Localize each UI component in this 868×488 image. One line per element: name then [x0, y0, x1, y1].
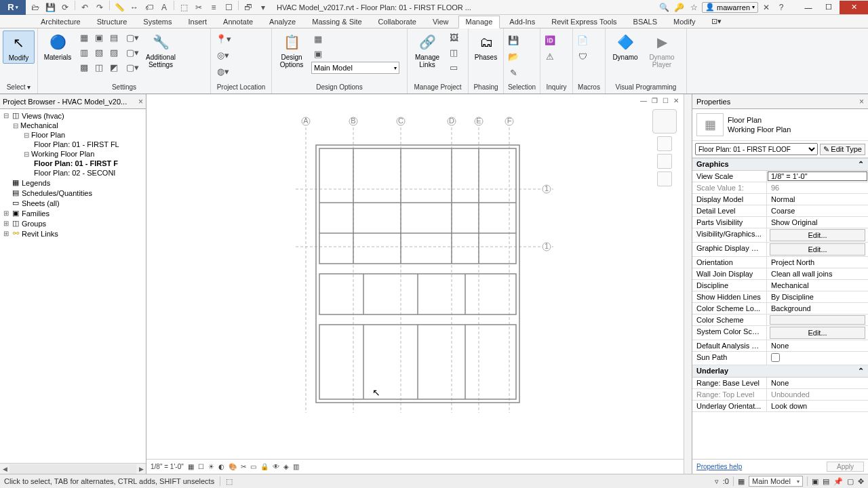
prop-row[interactable]: Range: Base LevelNone [692, 378, 868, 389]
prop-row[interactable]: Default Analysis D...None [692, 340, 868, 352]
macro-security-icon[interactable]: 🛡 [576, 49, 589, 63]
project-browser-tree[interactable]: ⊟◫Views (hvac) ⊟Mechanical ⊟Floor Plan F… [0, 109, 146, 463]
collapse-icon[interactable]: ⊟ [12, 122, 19, 129]
ribbon-tab-structure[interactable]: Structure [90, 16, 134, 28]
worksharing-display-icon[interactable]: ▥ [293, 463, 299, 470]
sun-path-icon[interactable]: ☀ [208, 463, 214, 470]
ribbon-tab-add-ins[interactable]: Add-Ins [502, 16, 542, 28]
status-select-links-icon[interactable]: ▣ [812, 477, 818, 486]
add-to-set-icon[interactable]: ▦ [311, 32, 325, 45]
drawing-canvas[interactable]: — ❐ ☐ ✕ A B C [146, 94, 684, 474]
exchange-icon[interactable]: ✕ [760, 1, 773, 14]
collapse-icon[interactable]: ⊟ [23, 131, 30, 139]
ribbon-tab-modify[interactable]: Modify [667, 16, 702, 28]
prop-row[interactable]: OrientationProject North [692, 257, 868, 268]
decal-types-icon[interactable]: ◫ [447, 45, 460, 59]
edit-type-button[interactable]: ✎Edit Type [820, 144, 865, 155]
app-menu-button[interactable]: R [0, 0, 26, 15]
properties-help-link[interactable]: Properties help [696, 463, 742, 470]
keyword-icon[interactable]: 🔑 [672, 1, 686, 14]
thin-lines-icon[interactable]: ≡ [207, 1, 220, 14]
crop-view-icon[interactable]: ✂ [241, 463, 246, 470]
status-select-face-icon[interactable]: ▢ [847, 477, 854, 486]
prop-group-header[interactable]: Underlay⌃ [692, 365, 868, 378]
project-info-icon[interactable]: ▤ [107, 30, 121, 44]
prop-row[interactable]: Color Scheme [692, 314, 868, 326]
type-selector[interactable]: ▦ Floor Plan Working Floor Plan [692, 109, 868, 141]
reveal-hidden-icon[interactable]: ◈ [283, 463, 289, 470]
tree-links[interactable]: Revit Links [22, 230, 58, 238]
ribbon-tab-architecture[interactable]: Architecture [34, 16, 87, 28]
materials-button[interactable]: 🔵Materials [41, 30, 75, 62]
prop-row[interactable]: View Scale1/8" = 1'-0" [692, 171, 868, 182]
manage-images-icon[interactable]: 🖼 [447, 30, 460, 44]
prop-row[interactable]: Scale Value 1:96 [692, 182, 868, 194]
tree-wfp1[interactable]: Floor Plan: 01 - FIRST F [34, 159, 118, 167]
align-dim-icon[interactable]: ↔ [127, 1, 141, 14]
tree-sheets[interactable]: Sheets (all) [22, 199, 60, 207]
load-selection-icon[interactable]: 📂 [507, 49, 520, 63]
additional-settings-button[interactable]: 🔧Additional Settings [144, 30, 178, 70]
nav-cube[interactable] [652, 109, 677, 134]
rendering-icon[interactable]: 🎨 [229, 463, 237, 470]
nav-wheel-icon[interactable] [657, 136, 672, 151]
object-styles-icon[interactable]: ▦ [77, 30, 91, 44]
maximize-button[interactable]: ☐ [819, 1, 838, 14]
measure-icon[interactable]: 📏 [113, 1, 126, 14]
switch-windows-icon[interactable]: 🗗 [241, 1, 255, 14]
dropdown-icon[interactable]: ▾ [256, 1, 270, 14]
prop-row[interactable]: Wall Join DisplayClean all wall joins [692, 268, 868, 280]
nav-pan-icon[interactable] [657, 171, 672, 186]
crop-region-icon[interactable]: ▭ [250, 463, 256, 470]
tree-wfp2[interactable]: Floor Plan: 02 - SECONI [34, 169, 115, 177]
temp-hide-icon[interactable]: 👁 [273, 463, 279, 470]
star-icon[interactable]: ☆ [687, 1, 701, 14]
project-browser-close-icon[interactable]: × [138, 97, 143, 106]
3d-view-icon[interactable]: ⬚ [177, 1, 191, 14]
expand-icon[interactable]: ⊞ [3, 230, 9, 237]
ribbon-tab-manage[interactable]: Manage [458, 16, 500, 28]
tree-floor-plan[interactable]: Floor Plan [31, 131, 65, 139]
search-icon[interactable]: 🔍 [657, 1, 671, 14]
redo-icon[interactable]: ↷ [93, 1, 106, 14]
view-max-icon[interactable]: ☐ [660, 96, 670, 105]
undo-icon[interactable]: ↶ [78, 1, 92, 14]
pb-hscroll[interactable]: ◀▶ [0, 463, 146, 474]
save-selection-icon[interactable]: 💾 [507, 33, 520, 47]
close-hidden-icon[interactable]: ☐ [222, 1, 235, 14]
lock-icon[interactable]: 🔒 [260, 463, 269, 470]
instance-selector[interactable]: Floor Plan: 01 - FIRST FLOOF [695, 143, 818, 155]
prop-row[interactable]: Parts VisibilityShow Original [692, 217, 868, 228]
visual-style-icon[interactable]: ☐ [198, 463, 204, 470]
minimize-button[interactable]: — [799, 1, 818, 14]
tree-mechanical[interactable]: Mechanical [20, 121, 58, 129]
design-options-button[interactable]: 📋Design Options [275, 30, 309, 74]
prop-row[interactable]: Graphic Display O...Edit... [692, 243, 868, 257]
shared-params-icon[interactable]: ▧ [92, 45, 106, 59]
panel-schedule-icon[interactable]: ▢▾ [123, 45, 141, 59]
view-scale[interactable]: 1/8" = 1'-0" [151, 463, 184, 470]
project-params-icon[interactable]: ▥ [77, 45, 91, 59]
edit-selection-icon[interactable]: ✎ [507, 66, 520, 79]
text-icon[interactable]: A [157, 1, 171, 14]
properties-close-icon[interactable]: × [859, 97, 864, 106]
coordinates-icon[interactable]: ◎▾ [214, 48, 233, 62]
ribbon-tab-annotate[interactable]: Annotate [216, 16, 260, 28]
tree-schedules[interactable]: Schedules/Quantities [22, 189, 92, 197]
prop-checkbox[interactable] [771, 353, 780, 362]
prop-row[interactable]: System Color Sch...Edit... [692, 326, 868, 340]
detail-level-icon[interactable]: ▦ [188, 463, 194, 470]
status-model-combo[interactable]: Main Model [749, 476, 803, 487]
prop-row[interactable]: Range: Top LevelUnbounded [692, 389, 868, 401]
view-restore-icon[interactable]: ❐ [650, 96, 659, 105]
design-option-combo[interactable]: Main Model▾ [311, 62, 399, 74]
section-icon[interactable]: ✂ [192, 1, 205, 14]
position-icon[interactable]: ◍▾ [214, 64, 233, 78]
warnings-icon[interactable]: ⚠ [543, 49, 557, 63]
tree-families[interactable]: Families [22, 209, 50, 218]
prop-row[interactable]: Underlay Orientat...Look down [692, 401, 868, 412]
save-icon[interactable]: 💾 [43, 1, 57, 14]
prop-row[interactable]: DisciplineMechanical [692, 280, 868, 291]
shadows-icon[interactable]: ◐ [218, 463, 224, 470]
structural-icon[interactable]: ◩ [107, 60, 121, 74]
